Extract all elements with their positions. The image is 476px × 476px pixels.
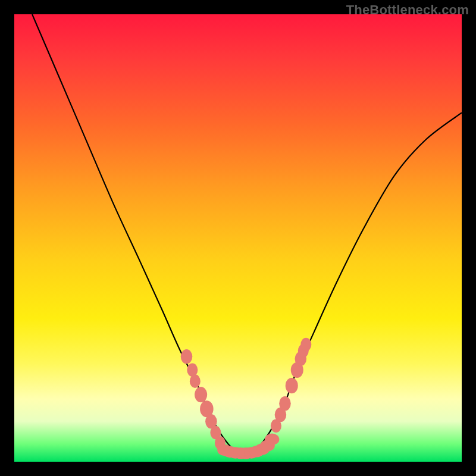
- data-points: [181, 338, 312, 459]
- data-point: [181, 349, 193, 364]
- chart-area: [14, 14, 462, 462]
- watermark-text: TheBottleneck.com: [346, 2, 469, 18]
- data-point: [265, 434, 279, 446]
- curve-svg: [14, 14, 462, 462]
- data-point: [300, 338, 311, 352]
- data-point: [279, 396, 291, 411]
- data-point: [286, 378, 298, 393]
- data-point: [195, 387, 207, 402]
- bottleneck-curve: [32, 14, 462, 455]
- data-point: [190, 374, 201, 388]
